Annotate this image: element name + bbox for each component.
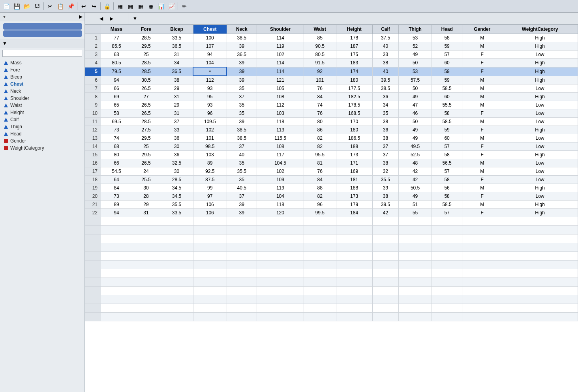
table-row[interactable]: 76626.529933510576177.538.55058.5MLow — [85, 84, 578, 93]
copy-btn[interactable]: 📋 — [56, 2, 65, 11]
column-item-thigh[interactable]: Thigh — [0, 123, 84, 130]
column-item-bicep[interactable]: Bicep — [0, 73, 84, 81]
svg-marker-3 — [4, 82, 8, 86]
svg-marker-0 — [4, 61, 8, 65]
table-row[interactable]: 1468253098.537108821883749.557FLow — [85, 143, 578, 151]
columns-search[interactable] — [2, 50, 82, 57]
dataset-header[interactable]: ▼ ▶ — [0, 13, 84, 21]
data-cell: 42 — [399, 176, 432, 184]
table-row[interactable]: 186425.528.587.5351098418135.54258FLow — [85, 176, 578, 184]
column-item-calf[interactable]: Calf — [0, 116, 84, 123]
col-header-Thigh[interactable]: Thigh — [399, 25, 432, 34]
empty-cell — [227, 234, 257, 243]
svg-marker-8 — [4, 118, 8, 122]
data-cell: 39.5 — [372, 76, 399, 84]
column-item-mass[interactable]: Mass — [0, 59, 84, 66]
column-item-gender[interactable]: Gender — [0, 137, 84, 144]
filter-btn[interactable]: ▼ — [131, 14, 139, 23]
table-row[interactable]: 166626.532.58935104.581171384856.5MLow — [85, 159, 578, 167]
col-header-Chest[interactable]: Chest — [193, 25, 227, 34]
empty-cell — [432, 304, 462, 313]
columns-header[interactable]: ▼ — [0, 39, 84, 48]
empty-cell — [462, 287, 502, 295]
table-row[interactable]: 22943133.51063912099.5184425557FHigh — [85, 209, 578, 217]
data-cell: • — [193, 67, 227, 76]
table-row[interactable]: 21892935.5106391189617939.55158.5MHigh — [85, 201, 578, 209]
grid1-btn[interactable]: ▦ — [115, 2, 125, 11]
nav-left-btn[interactable]: ◀ — [97, 14, 106, 23]
table-row[interactable]: 480.528.5341043911491.5183385060FHigh — [85, 59, 578, 68]
redo-btn[interactable]: ↪ — [89, 2, 99, 11]
grid3-btn[interactable]: ▦ — [136, 2, 145, 11]
table-row[interactable]: 137429.53610138.5115.582186.5384960MLow — [85, 134, 578, 143]
col-header-Calf[interactable]: Calf — [372, 25, 399, 34]
column-item-shoulder[interactable]: Shoulder — [0, 95, 84, 102]
table-container[interactable]: MassForeBicepChestNeckShoulderWaistHeigh… — [85, 24, 578, 392]
column-item-fore[interactable]: Fore — [0, 66, 84, 73]
column-item-weightcategory[interactable]: WeightCategory — [0, 144, 84, 152]
cut-btn[interactable]: ✂ — [45, 2, 55, 11]
data-cell: High — [502, 76, 578, 84]
new-btn[interactable]: 📄 — [2, 2, 11, 11]
col-header-Shoulder[interactable]: Shoulder — [257, 25, 304, 34]
table-row[interactable]: 8692731953710884182.5364960MHigh — [85, 93, 578, 101]
data-cell: 59 — [432, 126, 462, 134]
empty-row — [85, 278, 578, 287]
column-item-chest[interactable]: Chest — [0, 81, 84, 88]
table-row[interactable]: 19843034.59940.5119881883950.556MHigh — [85, 184, 578, 192]
data-cell: 34.5 — [160, 192, 193, 201]
col-header-Gender[interactable]: Gender — [462, 25, 502, 34]
table-row[interactable]: 36325319436.510280.5175334957FLow — [85, 51, 578, 59]
table-row[interactable]: 17728.533.510038.51148517837.55358MHigh — [85, 34, 578, 42]
col-header-Height[interactable]: Height — [336, 25, 372, 34]
filter-bar-right: ▼ — [128, 13, 142, 24]
column-label-fore: Fore — [10, 67, 20, 73]
data-cell: 170 — [336, 118, 372, 126]
chart2-btn[interactable]: 📈 — [167, 2, 176, 11]
col-header-Fore[interactable]: Fore — [132, 25, 160, 34]
col-header-Mass[interactable]: Mass — [101, 25, 132, 34]
sep5 — [178, 2, 178, 10]
data-cell: 31 — [160, 93, 193, 101]
grid4-btn[interactable]: ▦ — [146, 2, 156, 11]
nav-right-btn[interactable]: ▶ — [107, 14, 116, 23]
data-cell: 30 — [160, 143, 193, 151]
table-row[interactable]: 285.529.536.51073911990.5187405259MHigh — [85, 42, 578, 51]
empty-cell — [462, 313, 502, 321]
chart1-btn[interactable]: 📊 — [156, 2, 166, 11]
save2-btn[interactable]: 🖫 — [32, 2, 42, 11]
table-row[interactable]: 1169.528.537109.53911880170385058.5MLow — [85, 118, 578, 126]
data-cell: 33 — [160, 126, 193, 134]
column-item-neck[interactable]: Neck — [0, 88, 84, 95]
paste-btn[interactable]: 📌 — [66, 2, 75, 11]
table-row[interactable]: 579.528.536.5•3911492174405359FHigh — [85, 67, 578, 76]
table-row[interactable]: 96526.529933511274178.5344755.5MLow — [85, 101, 578, 109]
grid2-btn[interactable]: ▦ — [126, 2, 135, 11]
table-row[interactable]: 105826.531963510376168.5354658FLow — [85, 109, 578, 118]
col-type-icon-chest — [3, 81, 9, 87]
sep2 — [77, 2, 77, 10]
col-header-Neck[interactable]: Neck — [227, 25, 257, 34]
data-cell: 64 — [101, 176, 132, 184]
empty-cell — [132, 226, 160, 234]
column-item-height[interactable]: Height — [0, 109, 84, 116]
column-item-waist[interactable]: Waist — [0, 102, 84, 109]
save-btn[interactable]: 💾 — [12, 2, 21, 11]
table-row[interactable]: 158029.5361034011795.51733752.558FHigh — [85, 151, 578, 159]
column-item-head[interactable]: Head — [0, 130, 84, 137]
open-btn[interactable]: 📂 — [22, 2, 32, 11]
col-header-WeightCategory[interactable]: WeightCategory — [502, 25, 578, 34]
col-header-Head[interactable]: Head — [432, 25, 462, 34]
empty-cell — [257, 243, 304, 252]
table-row[interactable]: 1754.5243092.535.510276169324257MLow — [85, 167, 578, 176]
table-row[interactable]: 127327.53310238.511386180364959FHigh — [85, 126, 578, 134]
col-header-Waist[interactable]: Waist — [304, 25, 336, 34]
data-cell: 26.5 — [132, 159, 160, 167]
table-row[interactable]: 20732834.5973710482173384958FLow — [85, 192, 578, 201]
undo-btn[interactable]: ↩ — [79, 2, 88, 11]
col-header-rownum[interactable] — [85, 25, 101, 34]
table-row[interactable]: 69430.5381123912110118039.557.559MHigh — [85, 76, 578, 84]
lock-btn[interactable]: 🔒 — [102, 2, 112, 11]
edit-btn[interactable]: ✏ — [180, 2, 189, 11]
col-header-Bicep[interactable]: Bicep — [160, 25, 193, 34]
